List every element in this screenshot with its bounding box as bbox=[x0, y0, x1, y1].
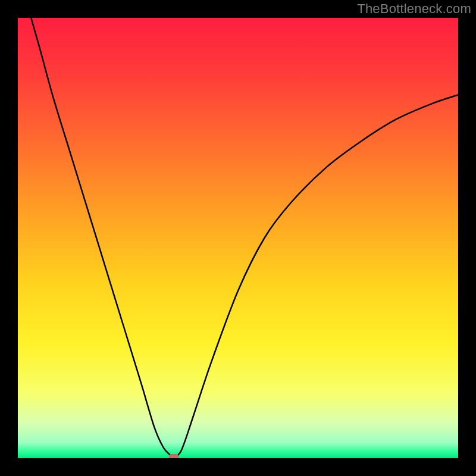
plot-area bbox=[18, 18, 458, 458]
gradient-background bbox=[18, 18, 458, 458]
watermark-text: TheBottleneck.com bbox=[357, 1, 471, 17]
svg-rect-0 bbox=[18, 18, 458, 458]
chart-frame: TheBottleneck.com bbox=[0, 0, 476, 476]
optimum-marker bbox=[169, 454, 178, 458]
